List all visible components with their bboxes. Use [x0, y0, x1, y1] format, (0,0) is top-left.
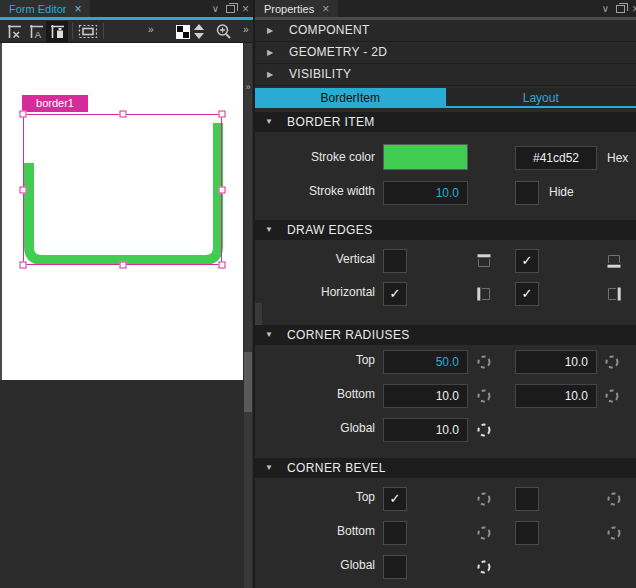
resize-handle-w[interactable] — [20, 187, 27, 194]
item-id-label[interactable]: border1 — [22, 95, 88, 112]
stroke-color-label: Stroke color — [255, 150, 375, 164]
toolbar-separator — [103, 23, 104, 39]
check-icon: ✓ — [390, 491, 401, 506]
action-indicator-icon[interactable] — [605, 355, 619, 369]
chevron-down-icon: ▼ — [265, 117, 273, 126]
section-component[interactable]: ▶ COMPONENT — [255, 20, 636, 42]
action-indicator-icon[interactable] — [477, 389, 491, 403]
resize-handle-s[interactable] — [120, 262, 127, 269]
check-icon: ✓ — [522, 253, 533, 268]
tab-layout[interactable]: Layout — [446, 88, 636, 106]
bevel-top-right-checkbox[interactable] — [515, 487, 539, 511]
hex-suffix-label: Hex — [607, 151, 628, 165]
section-geometry-2d[interactable]: ▶ GEOMETRY - 2D — [255, 42, 636, 64]
section-label: VISIBILITY — [289, 67, 351, 81]
float-window-icon[interactable] — [226, 5, 235, 13]
chevron-down-icon: ▼ — [265, 330, 273, 339]
action-indicator-icon[interactable] — [605, 389, 619, 403]
resize-handle-ne[interactable] — [219, 111, 226, 118]
radius-global-row: Global 10.0 — [255, 417, 636, 443]
radius-top-left-input[interactable]: 50.0 — [383, 350, 468, 374]
snap-anchors-icon[interactable]: A — [25, 21, 47, 42]
bevel-global-checkbox[interactable] — [383, 555, 407, 579]
radius-global-input[interactable]: 10.0 — [383, 418, 468, 442]
action-indicator-icon[interactable] — [607, 492, 621, 506]
snap-off-icon[interactable] — [3, 21, 25, 42]
action-indicator-icon[interactable] — [477, 492, 491, 506]
edge-bottom-checkbox[interactable]: ✓ — [515, 249, 539, 273]
stroke-width-label: Stroke width — [255, 184, 375, 198]
bounding-rect-icon[interactable] — [77, 21, 99, 42]
designer-window: Form Editor × ∨ × A — [0, 0, 636, 588]
section-corner-bevel[interactable]: ▼ CORNER BEVEL — [255, 458, 636, 478]
edge-top-checkbox[interactable] — [383, 249, 407, 273]
form-editor-window-controls: ∨ × — [212, 0, 249, 17]
action-indicator-icon[interactable] — [477, 526, 491, 540]
stroke-width-input[interactable]: 10.0 — [383, 181, 468, 205]
color-swatch[interactable] — [383, 144, 468, 170]
overflow-icon[interactable]: » — [148, 24, 154, 35]
form-editor-toolbar: A » » — [0, 20, 253, 43]
tab-form-editor[interactable]: Form Editor × — [0, 0, 90, 17]
hide-label: Hide — [549, 185, 574, 199]
edge-left-icon — [477, 287, 491, 301]
section-visibility[interactable]: ▶ VISIBILITY — [255, 64, 636, 86]
edge-left-checkbox[interactable]: ✓ — [383, 282, 407, 306]
contrast-icon[interactable] — [172, 21, 194, 42]
overflow-icon[interactable]: » — [243, 24, 249, 35]
resize-handle-se[interactable] — [219, 262, 226, 269]
section-corner-radiuses[interactable]: ▼ CORNER RADIUSES — [255, 325, 636, 345]
bevel-bottom-row: Bottom — [255, 520, 636, 546]
radius-bottom-right-input[interactable]: 10.0 — [515, 384, 597, 408]
stroke-width-row: Stroke width 10.0 Hide — [255, 180, 636, 206]
close-icon[interactable]: × — [242, 3, 249, 15]
scrollbar-thumb[interactable] — [244, 352, 252, 412]
action-indicator-icon[interactable] — [477, 560, 491, 574]
resize-handle-nw[interactable] — [20, 111, 27, 118]
svg-text:A: A — [34, 29, 41, 40]
tab-form-editor-label: Form Editor — [9, 3, 66, 15]
radius-top-right-input[interactable]: 10.0 — [515, 350, 597, 374]
snap-parent-icon[interactable] — [46, 21, 68, 42]
toolbar-separator — [72, 23, 73, 39]
action-indicator-icon[interactable] — [477, 355, 491, 369]
splitter-toggle-icon[interactable]: » — [243, 79, 253, 95]
close-icon[interactable]: × — [74, 3, 81, 15]
tab-borderitem[interactable]: BorderItem — [255, 88, 446, 106]
tab-properties[interactable]: Properties × — [255, 0, 338, 17]
global-label: Global — [255, 558, 375, 572]
close-icon[interactable]: × — [632, 3, 636, 15]
zoom-icon[interactable] — [212, 21, 234, 42]
bevel-global-row: Global — [255, 554, 636, 580]
bevel-bottom-left-checkbox[interactable] — [383, 521, 407, 545]
edge-right-checkbox[interactable]: ✓ — [515, 282, 539, 306]
horizontal-label: Horizontal — [255, 285, 375, 299]
top-label: Top — [255, 490, 375, 504]
bevel-bottom-right-checkbox[interactable] — [515, 521, 539, 545]
resize-handle-sw[interactable] — [20, 262, 27, 269]
edge-right-icon — [607, 287, 621, 301]
close-icon[interactable]: × — [322, 3, 329, 15]
chevron-down-icon[interactable]: ∨ — [602, 4, 609, 14]
hide-checkbox[interactable] — [515, 181, 539, 205]
float-window-icon[interactable] — [616, 5, 625, 13]
radius-bottom-left-input[interactable]: 10.0 — [383, 384, 468, 408]
resize-handle-e[interactable] — [219, 187, 226, 194]
section-title: CORNER BEVEL — [287, 461, 386, 475]
section-draw-edges[interactable]: ▼ DRAW EDGES — [255, 220, 636, 240]
section-label: GEOMETRY - 2D — [289, 45, 387, 59]
chevron-down-icon: ▼ — [265, 225, 273, 234]
form-editor-canvas[interactable]: border1 » — [0, 43, 253, 588]
chevron-right-icon: ▶ — [267, 26, 273, 35]
chevron-down-icon[interactable]: ∨ — [212, 4, 219, 14]
selection-rect[interactable] — [23, 114, 222, 265]
edge-bottom-icon — [607, 254, 621, 268]
action-indicator-icon[interactable] — [607, 526, 621, 540]
fit-vertical-icon[interactable] — [192, 21, 206, 42]
hex-input[interactable]: #41cd52 — [515, 146, 597, 170]
action-indicator-icon[interactable] — [477, 423, 491, 437]
resize-handle-n[interactable] — [120, 111, 127, 118]
section-border-item[interactable]: ▼ BORDER ITEM — [255, 112, 636, 132]
vertical-scrollbar[interactable] — [244, 43, 252, 588]
bevel-top-left-checkbox[interactable]: ✓ — [383, 487, 407, 511]
